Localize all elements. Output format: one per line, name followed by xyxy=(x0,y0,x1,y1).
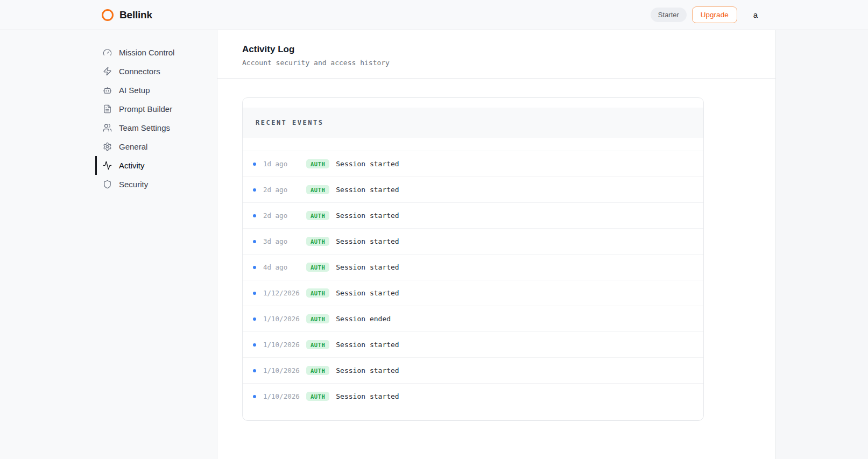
event-dot-icon xyxy=(253,240,256,243)
event-description: Session started xyxy=(336,366,399,375)
sidebar-item-label: Prompt Builder xyxy=(119,104,172,114)
sidebar-item-activity[interactable]: Activity xyxy=(95,156,217,175)
event-description: Session started xyxy=(336,392,399,400)
app-body: Mission Control Connectors AI Setup Prom… xyxy=(0,30,868,459)
event-description: Session started xyxy=(336,186,399,194)
event-type-badge: AUTH xyxy=(306,263,329,272)
event-dot-icon xyxy=(253,369,256,372)
right-gutter xyxy=(776,30,868,459)
sidebar: Mission Control Connectors AI Setup Prom… xyxy=(0,30,217,459)
sidebar-item-label: AI Setup xyxy=(119,86,150,95)
event-description: Session started xyxy=(336,237,399,245)
event-type-badge: AUTH xyxy=(306,211,329,221)
card-header-band: RECENT EVENTS xyxy=(243,108,703,138)
bot-icon xyxy=(103,86,112,95)
event-time: 2d ago xyxy=(263,186,300,194)
event-dot-icon xyxy=(253,214,256,217)
event-dot-icon xyxy=(253,317,256,321)
event-type-badge: AUTH xyxy=(306,366,329,376)
sidebar-item-ai-setup[interactable]: AI Setup xyxy=(95,81,217,100)
event-row: 1/10/2026 AUTH Session started xyxy=(243,357,703,383)
event-type-badge: AUTH xyxy=(306,340,329,350)
event-type-badge: AUTH xyxy=(306,392,329,401)
top-header: Bellink Starter Upgrade a xyxy=(0,0,868,30)
event-dot-icon xyxy=(253,188,256,192)
event-row: 3d ago AUTH Session started xyxy=(243,228,703,254)
sidebar-item-label: Mission Control xyxy=(119,48,174,57)
event-row: 1/10/2026 AUTH Session started xyxy=(243,331,703,357)
shield-icon xyxy=(103,180,112,189)
event-row: 2d ago AUTH Session started xyxy=(243,176,703,202)
main-panel: Activity Log Account security and access… xyxy=(217,30,776,459)
panel-divider xyxy=(217,78,776,79)
sidebar-item-label: Team Settings xyxy=(119,123,170,132)
event-description: Session started xyxy=(336,341,399,349)
document-icon xyxy=(103,104,112,114)
event-dot-icon xyxy=(253,343,256,347)
gauge-icon xyxy=(103,48,112,57)
sidebar-item-label: Security xyxy=(119,180,148,189)
activity-pulse-icon xyxy=(103,161,112,170)
event-description: Session started xyxy=(336,289,399,297)
event-type-badge: AUTH xyxy=(306,185,329,195)
plan-badge: Starter xyxy=(651,8,687,22)
brand-logo-ring-icon xyxy=(102,9,114,21)
card-header-title: RECENT EVENTS xyxy=(256,119,323,126)
event-row: 4d ago AUTH Session started xyxy=(243,254,703,280)
event-description: Session started xyxy=(336,263,399,271)
brand-name: Bellink xyxy=(119,9,152,21)
sidebar-item-connectors[interactable]: Connectors xyxy=(95,62,217,81)
sidebar-item-team-settings[interactable]: Team Settings xyxy=(95,118,217,137)
gear-icon xyxy=(103,142,112,151)
page-title: Activity Log xyxy=(242,44,775,55)
event-time: 1/10/2026 xyxy=(263,341,300,349)
event-row: 1/12/2026 AUTH Session started xyxy=(243,280,703,306)
event-row: 1d ago AUTH Session started xyxy=(243,151,703,176)
upgrade-button[interactable]: Upgrade xyxy=(692,6,737,24)
event-dot-icon xyxy=(253,266,256,269)
event-dot-icon xyxy=(253,292,256,295)
recent-events-card: RECENT EVENTS 1d ago AUTH Session starte… xyxy=(242,97,704,421)
event-dot-icon xyxy=(253,163,256,166)
event-type-badge: AUTH xyxy=(306,288,329,298)
event-time: 1/12/2026 xyxy=(263,289,300,297)
sidebar-item-label: Connectors xyxy=(119,67,160,76)
event-time: 1/10/2026 xyxy=(263,366,300,375)
event-time: 2d ago xyxy=(263,211,300,220)
event-type-badge: AUTH xyxy=(306,159,329,169)
event-description: Session ended xyxy=(336,315,391,323)
sidebar-item-prompt-builder[interactable]: Prompt Builder xyxy=(95,100,217,118)
sidebar-item-label: Activity xyxy=(119,161,145,170)
event-type-badge: AUTH xyxy=(306,314,329,324)
users-icon xyxy=(103,123,112,132)
event-row: 1/10/2026 AUTH Session ended xyxy=(243,306,703,331)
event-row: 2d ago AUTH Session started xyxy=(243,202,703,228)
sidebar-item-security[interactable]: Security xyxy=(95,175,217,194)
events-list: 1d ago AUTH Session started 2d ago AUTH … xyxy=(243,151,703,420)
event-time: 1/10/2026 xyxy=(263,392,300,400)
event-type-badge: AUTH xyxy=(306,237,329,246)
event-row: 1/10/2026 AUTH Session started xyxy=(243,383,703,409)
sidebar-item-mission-control[interactable]: Mission Control xyxy=(95,43,217,62)
sidebar-item-label: General xyxy=(119,142,147,151)
event-time: 1d ago xyxy=(263,160,300,168)
event-time: 4d ago xyxy=(263,263,300,271)
event-time: 3d ago xyxy=(263,237,300,245)
event-description: Session started xyxy=(336,211,399,220)
sidebar-item-general[interactable]: General xyxy=(95,137,217,156)
zap-icon xyxy=(103,67,112,76)
page-subtitle: Account security and access history xyxy=(242,59,775,67)
sidebar-nav: Mission Control Connectors AI Setup Prom… xyxy=(0,43,217,194)
user-avatar[interactable]: a xyxy=(753,10,758,19)
event-dot-icon xyxy=(253,395,256,398)
card-top-padding xyxy=(243,98,703,108)
event-description: Session started xyxy=(336,160,399,168)
event-time: 1/10/2026 xyxy=(263,315,300,323)
